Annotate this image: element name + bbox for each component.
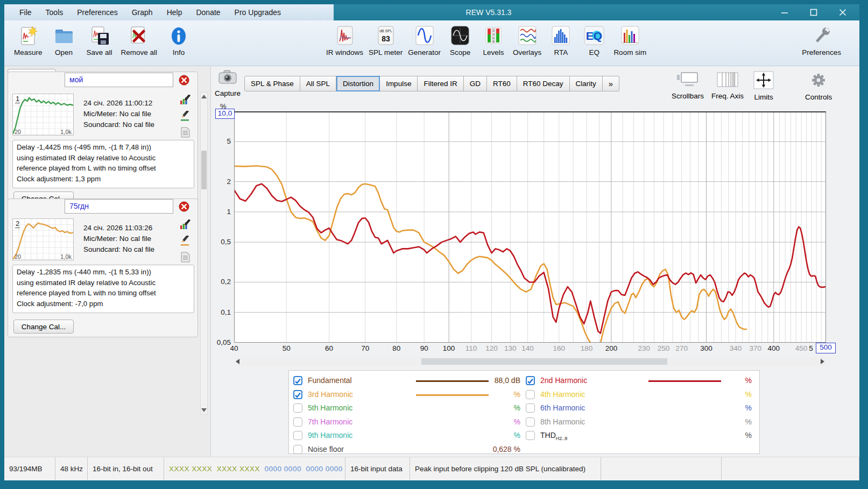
legend-checkbox[interactable] <box>526 403 535 413</box>
thumb-axis-min: 20 <box>15 129 21 135</box>
horizontal-scrollbar[interactable] <box>234 357 826 366</box>
legend-checkbox[interactable] <box>293 431 302 440</box>
distortion-chart[interactable] <box>234 111 826 343</box>
trace-options-icon[interactable] <box>179 219 191 230</box>
legend-label[interactable]: Noise floor <box>308 445 344 453</box>
legend-checkbox[interactable] <box>293 376 302 385</box>
legend-checkbox[interactable] <box>526 376 535 385</box>
monitor-icon <box>675 70 700 91</box>
toolbar-button-rta[interactable]: RTA <box>547 25 575 56</box>
tab-filtered-ir[interactable]: Filtered IR <box>418 76 463 91</box>
legend-label[interactable]: 7th Harmonic <box>308 417 352 426</box>
measurement-1-delete-icon[interactable] <box>179 75 189 86</box>
legend-checkbox[interactable] <box>526 417 535 427</box>
legend-checkbox[interactable] <box>293 390 302 399</box>
legend-label[interactable]: 6th Harmonic <box>540 403 585 412</box>
tab-spl-phase[interactable]: SPL & Phase <box>244 76 300 91</box>
measurement-2-thumbnail[interactable]: 2 20 1,0k <box>12 218 74 260</box>
notes-icon[interactable] <box>179 127 191 138</box>
measurement-2-delete-icon[interactable] <box>179 201 189 212</box>
panel-scrollbar-thumb[interactable] <box>201 151 207 189</box>
tab-rt60[interactable]: RT60 <box>487 76 517 91</box>
trace-options-icon[interactable] <box>179 95 191 105</box>
scroll-left-icon[interactable] <box>236 359 239 364</box>
legend-label[interactable]: 8th Harmonic <box>540 417 585 426</box>
measurement-2-change-cal-button[interactable]: Change Cal... <box>13 320 74 334</box>
tab-distortion[interactable]: Distortion <box>336 76 380 91</box>
room-sim-icon <box>618 25 643 47</box>
x-axis-max-limit-input[interactable]: 500 <box>816 343 836 353</box>
toolbar-button-levels[interactable]: 0369Levels <box>479 25 507 56</box>
toolbar-button-save-all[interactable]: Save all <box>86 25 114 56</box>
rew-application-window: FileToolsPreferencesGraphHelpDonatePro U… <box>0 0 868 489</box>
tab-clarity[interactable]: Clarity <box>570 76 603 91</box>
toolbar-button-remove-all[interactable]: Remove all <box>121 25 158 56</box>
maximize-button[interactable] <box>807 6 821 18</box>
legend-checkbox[interactable] <box>526 390 535 399</box>
menu-item-graph[interactable]: Graph <box>126 6 158 19</box>
measurement-1-thumbnail[interactable]: 1 20 1,0k <box>12 94 74 136</box>
legend-checkbox[interactable] <box>293 445 302 454</box>
tab-gd[interactable]: GD <box>464 76 487 91</box>
measurement-card-2[interactable]: 2 20 1,0k 24 січ. 2026 11:03:26 Mic/Mete… <box>8 199 198 337</box>
menu-item-donate[interactable]: Donate <box>190 6 225 19</box>
toolbar-button-eq[interactable]: EQEQ <box>580 25 608 56</box>
legend-value: 88,0 dB <box>458 376 520 385</box>
freq-axis-button[interactable]: Freq. Axis <box>711 70 744 101</box>
notes-icon[interactable] <box>179 252 191 263</box>
legend-label[interactable]: Fundamental <box>308 376 352 385</box>
menu-item-tools[interactable]: Tools <box>40 6 69 19</box>
menu-item-file[interactable]: File <box>14 6 37 19</box>
toolbar-button-info[interactable]: Info <box>165 25 193 56</box>
legend-label[interactable]: THDH2..9 <box>540 431 567 441</box>
graph-area: Capture SPL & PhaseAll SPLDistortionImpu… <box>211 66 859 457</box>
toolbar-button-generator[interactable]: Generator <box>408 25 441 56</box>
legend-checkbox[interactable] <box>526 431 535 440</box>
legend-row-thd: THDH2..9% <box>526 430 756 442</box>
measurement-card-1[interactable]: 1 20 1,0k 24 січ. 2026 11:00:12 Mic/Mete… <box>8 72 198 209</box>
measurement-2-name-input[interactable]: 75гдн <box>65 199 173 214</box>
legend-checkbox[interactable] <box>293 403 302 413</box>
menu-item-preferences[interactable]: Preferences <box>72 6 123 19</box>
legend-label[interactable]: 5th Harmonic <box>308 403 352 412</box>
scrollbars-button[interactable]: Scrollbars <box>672 70 704 101</box>
close-button[interactable] <box>836 6 850 18</box>
legend-checkbox[interactable] <box>293 417 302 427</box>
menu-item-help[interactable]: Help <box>161 6 188 19</box>
legend-label[interactable]: 4th Harmonic <box>540 390 585 399</box>
legend-label[interactable]: 9th Harmonic <box>308 431 352 440</box>
trace-color-icon[interactable] <box>179 111 191 122</box>
window-title: REW V5.31.3 <box>338 4 639 20</box>
toolbar-button-ir-windows[interactable]: IR windows <box>326 25 363 56</box>
tab-all-spl[interactable]: All SPL <box>300 76 336 91</box>
toolbar-button-open[interactable]: Open <box>50 25 78 56</box>
tab-rt60-decay[interactable]: RT60 Decay <box>517 76 570 91</box>
limits-button[interactable]: Limits <box>751 70 776 101</box>
scroll-right-icon[interactable] <box>821 359 824 364</box>
scroll-up-icon[interactable] <box>201 95 207 98</box>
x-tick-70: 70 <box>355 344 376 352</box>
y-axis-max-limit-input[interactable]: 10,0 <box>215 109 235 119</box>
toolbar-button-preferences[interactable]: Preferences <box>802 25 841 56</box>
panel-scrollbar[interactable] <box>200 92 208 415</box>
svg-text:83: 83 <box>382 34 390 43</box>
menu-item-pro-upgrades[interactable]: Pro Upgrades <box>229 6 286 19</box>
legend-label[interactable]: 3rd Harmonic <box>308 390 353 399</box>
legend-label[interactable]: 2nd Harmonic <box>540 376 587 385</box>
toolbar-button-scope[interactable]: Scope <box>446 25 474 56</box>
tab-overflow-chevron[interactable]: » <box>603 76 619 91</box>
toolbar-button-measure[interactable]: Measure <box>14 25 43 56</box>
scroll-down-icon[interactable] <box>201 408 207 412</box>
horizontal-scrollbar-thumb[interactable] <box>421 358 667 365</box>
status-segment-3: XXXX XXXX XXXX XXXX 0000 0000 0000 0000 <box>164 457 345 480</box>
toolbar-button-overlays[interactable]: Overlays <box>513 25 541 56</box>
trace-color-icon[interactable] <box>179 236 191 246</box>
minimize-button[interactable] <box>778 6 792 18</box>
capture-button[interactable]: Capture <box>215 69 240 97</box>
legend-row-9th-harmonic: 9th Harmonic% <box>293 430 525 442</box>
measurement-1-name-input[interactable]: мой <box>65 73 173 87</box>
toolbar-button-room-sim[interactable]: Room sim <box>613 25 646 56</box>
controls-button[interactable]: Controls <box>805 70 832 101</box>
tab-impulse[interactable]: Impulse <box>380 76 418 91</box>
toolbar-button-spl-meter[interactable]: dB SPL83SPL meter <box>369 25 403 56</box>
